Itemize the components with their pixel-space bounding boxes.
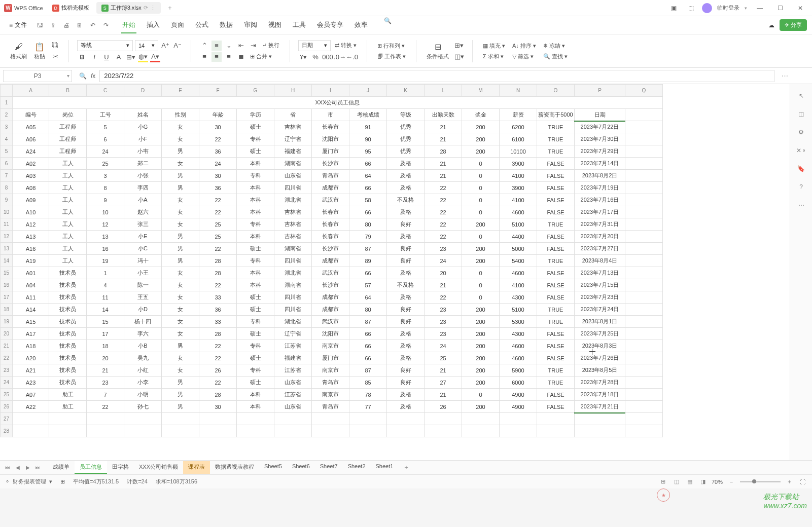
row-header-19[interactable]: 19	[1, 316, 13, 328]
tools-icon[interactable]: ✕⚬	[796, 145, 807, 156]
data-cell[interactable]: 女	[162, 279, 199, 291]
header-cell[interactable]: 工号	[87, 109, 124, 121]
data-cell[interactable]: 专科	[237, 316, 274, 328]
row-header-10[interactable]: 10	[1, 206, 13, 218]
data-cell[interactable]: 2023年7月29日	[575, 145, 625, 158]
data-cell[interactable]: 22	[425, 206, 462, 218]
data-cell[interactable]: 不及格	[387, 279, 425, 291]
data-cell[interactable]: 200	[462, 316, 500, 328]
data-cell[interactable]: 工人	[49, 206, 87, 218]
data-cell[interactable]: 2023年7月21日	[575, 401, 625, 413]
cell[interactable]	[625, 328, 663, 340]
row-header-3[interactable]: 3	[1, 121, 13, 133]
data-cell[interactable]: 30	[199, 401, 237, 413]
data-cell[interactable]: 33	[199, 291, 237, 304]
cell[interactable]	[349, 425, 387, 437]
data-cell[interactable]: 小张	[124, 170, 162, 182]
tab-page[interactable]: 页面	[170, 17, 185, 33]
justify-icon[interactable]: ≣	[236, 52, 246, 62]
header-cell[interactable]: 姓名	[124, 109, 162, 121]
redo-icon[interactable]: ↷	[101, 20, 111, 30]
tab-formula[interactable]: 公式	[194, 17, 209, 33]
data-cell[interactable]: 小韦	[124, 145, 162, 158]
user-avatar[interactable]	[702, 3, 712, 13]
data-cell[interactable]: 22	[199, 194, 237, 206]
data-cell[interactable]: FALSE	[537, 340, 575, 352]
lookup-icon[interactable]: 🔍	[79, 72, 87, 80]
data-cell[interactable]: 江苏省	[274, 364, 312, 377]
data-cell[interactable]: 赵六	[124, 206, 162, 218]
paste-button[interactable]: 📋粘贴	[32, 41, 47, 61]
data-cell[interactable]: 小红	[124, 364, 162, 377]
data-cell[interactable]: 85	[349, 377, 387, 389]
data-cell[interactable]: 及格	[387, 389, 425, 401]
data-cell[interactable]: 2023年7月26日	[575, 352, 625, 364]
data-cell[interactable]: 200	[462, 255, 500, 267]
data-cell[interactable]: 0	[462, 206, 500, 218]
data-cell[interactable]: 21	[425, 133, 462, 145]
data-cell[interactable]: 91	[349, 121, 387, 133]
data-cell[interactable]: 王五	[124, 291, 162, 304]
header-cell[interactable]: 出勤天数	[425, 109, 462, 121]
data-cell[interactable]: 23	[425, 316, 462, 328]
data-cell[interactable]: 吉林省	[274, 218, 312, 231]
data-cell[interactable]: 技术员	[49, 304, 87, 316]
data-cell[interactable]: 长沙市	[312, 158, 349, 170]
data-cell[interactable]: 28	[199, 389, 237, 401]
cell[interactable]	[625, 145, 663, 158]
data-cell[interactable]: 200	[462, 328, 500, 340]
row-header-21[interactable]: 21	[1, 340, 13, 352]
sheet-first-icon[interactable]: ⏮	[3, 463, 12, 472]
col-header-O[interactable]: O	[537, 85, 575, 97]
data-cell[interactable]: 福建省	[274, 145, 312, 158]
data-cell[interactable]: 2023年7月30日	[575, 133, 625, 145]
header-cell[interactable]: 奖金	[462, 109, 500, 121]
data-cell[interactable]: 工程师	[49, 133, 87, 145]
data-cell[interactable]: A10	[13, 206, 49, 218]
data-cell[interactable]: TRUE	[537, 133, 575, 145]
align-top-icon[interactable]: ⌃	[199, 41, 209, 51]
data-cell[interactable]: A12	[13, 218, 49, 231]
gear-icon[interactable]: ⚙	[796, 127, 807, 138]
data-cell[interactable]: A01	[13, 267, 49, 279]
sheet-tab[interactable]: 成绩单	[48, 461, 75, 474]
undo-icon[interactable]: ↶	[88, 20, 98, 30]
sheet-tab[interactable]: XXX公司销售额	[134, 461, 183, 474]
data-cell[interactable]: FALSE	[537, 352, 575, 364]
data-cell[interactable]: 江苏省	[274, 389, 312, 401]
data-cell[interactable]: 0	[462, 389, 500, 401]
data-cell[interactable]: 0	[462, 158, 500, 170]
data-cell[interactable]: 成都市	[312, 255, 349, 267]
row-header-4[interactable]: 4	[1, 133, 13, 145]
data-cell[interactable]: FALSE	[537, 170, 575, 182]
data-cell[interactable]: A23	[13, 377, 49, 389]
cell[interactable]	[312, 413, 349, 425]
data-cell[interactable]: 2023年7月24日	[575, 304, 625, 316]
data-cell[interactable]: A21	[13, 364, 49, 377]
data-cell[interactable]: 专科	[237, 170, 274, 182]
data-cell[interactable]: A24	[13, 145, 49, 158]
data-cell[interactable]: 11	[87, 291, 124, 304]
data-cell[interactable]: 江苏省	[274, 340, 312, 352]
data-cell[interactable]: 长春市	[312, 218, 349, 231]
data-cell[interactable]: 良好	[387, 316, 425, 328]
data-cell[interactable]: TRUE	[537, 377, 575, 389]
minimize-button[interactable]: —	[752, 2, 767, 14]
cell[interactable]	[162, 413, 199, 425]
cond-format-button[interactable]: ⊟条件格式	[425, 41, 451, 61]
header-cell[interactable]: 学历	[237, 109, 274, 121]
data-cell[interactable]: 厦门市	[312, 352, 349, 364]
data-cell[interactable]: 技术员	[49, 279, 87, 291]
share-button[interactable]: ✈ 分享	[780, 19, 807, 31]
header-cell[interactable]: 日期	[575, 109, 625, 121]
sheet-tab[interactable]: Sheet5	[259, 461, 287, 474]
cell[interactable]	[625, 206, 663, 218]
data-cell[interactable]: 15	[87, 316, 124, 328]
data-cell[interactable]: 工人	[49, 158, 87, 170]
data-cell[interactable]: 长春市	[312, 206, 349, 218]
data-cell[interactable]: FALSE	[537, 182, 575, 194]
data-cell[interactable]: 小E	[124, 231, 162, 243]
data-cell[interactable]: 孙七	[124, 401, 162, 413]
data-cell[interactable]: TRUE	[537, 255, 575, 267]
row-header-7[interactable]: 7	[1, 170, 13, 182]
